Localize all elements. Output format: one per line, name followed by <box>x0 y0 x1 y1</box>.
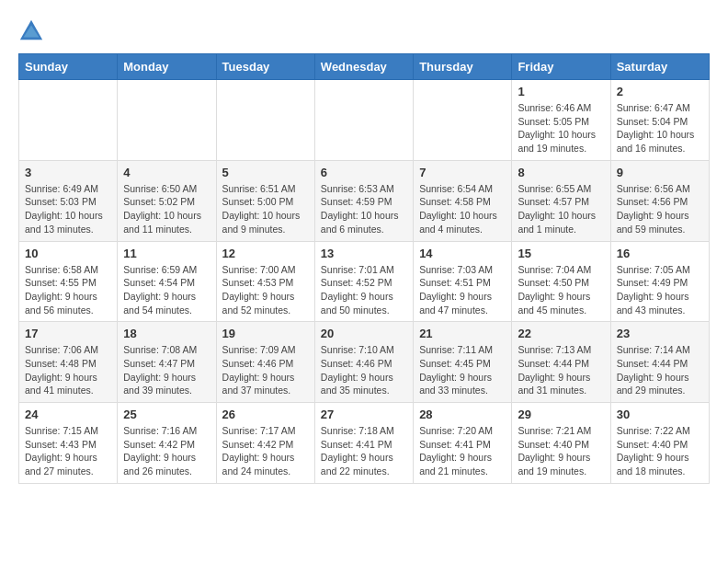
day-info: Sunrise: 7:03 AMSunset: 4:51 PMDaylight:… <box>419 263 506 317</box>
calendar-cell: 4Sunrise: 6:50 AMSunset: 5:02 PMDaylight… <box>118 160 216 241</box>
calendar-cell <box>216 80 314 161</box>
day-info: Sunrise: 7:04 AMSunset: 4:50 PMDaylight:… <box>518 263 604 317</box>
calendar-cell: 3Sunrise: 6:49 AMSunset: 5:03 PMDaylight… <box>19 160 118 241</box>
calendar-cell: 24Sunrise: 7:15 AMSunset: 4:43 PMDayligh… <box>19 403 118 484</box>
day-info: Sunrise: 7:22 AMSunset: 4:40 PMDaylight:… <box>617 424 703 478</box>
day-number: 23 <box>617 327 703 340</box>
calendar-cell: 10Sunrise: 6:58 AMSunset: 4:55 PMDayligh… <box>19 241 118 322</box>
day-number: 9 <box>617 166 703 179</box>
calendar-cell: 20Sunrise: 7:10 AMSunset: 4:46 PMDayligh… <box>314 322 413 403</box>
day-info: Sunrise: 7:06 AMSunset: 4:48 PMDaylight:… <box>25 343 111 397</box>
day-info: Sunrise: 7:11 AMSunset: 4:45 PMDaylight:… <box>419 343 506 397</box>
day-info: Sunrise: 6:53 AMSunset: 4:59 PMDaylight:… <box>321 182 407 236</box>
calendar-cell <box>414 80 512 161</box>
day-info: Sunrise: 6:47 AMSunset: 5:04 PMDaylight:… <box>617 101 703 155</box>
day-number: 24 <box>25 408 111 421</box>
calendar-cell: 9Sunrise: 6:56 AMSunset: 4:56 PMDaylight… <box>610 160 709 241</box>
page-header <box>18 18 710 44</box>
calendar-cell: 22Sunrise: 7:13 AMSunset: 4:44 PMDayligh… <box>512 322 610 403</box>
day-number: 14 <box>419 247 506 260</box>
day-number: 16 <box>617 247 703 260</box>
day-number: 4 <box>123 166 210 179</box>
calendar-cell: 30Sunrise: 7:22 AMSunset: 4:40 PMDayligh… <box>610 403 709 484</box>
day-info: Sunrise: 7:20 AMSunset: 4:41 PMDaylight:… <box>419 424 506 478</box>
day-number: 19 <box>222 327 309 340</box>
calendar-cell: 5Sunrise: 6:51 AMSunset: 5:00 PMDaylight… <box>216 160 314 241</box>
day-number: 8 <box>518 166 604 179</box>
day-number: 6 <box>321 166 407 179</box>
day-number: 13 <box>321 247 407 260</box>
day-info: Sunrise: 6:59 AMSunset: 4:54 PMDaylight:… <box>123 263 210 317</box>
day-number: 11 <box>123 247 210 260</box>
header-thursday: Thursday <box>414 54 512 80</box>
day-info: Sunrise: 7:08 AMSunset: 4:47 PMDaylight:… <box>123 343 210 397</box>
day-info: Sunrise: 7:17 AMSunset: 4:42 PMDaylight:… <box>222 424 309 478</box>
day-info: Sunrise: 6:56 AMSunset: 4:56 PMDaylight:… <box>617 182 703 236</box>
day-info: Sunrise: 6:55 AMSunset: 4:57 PMDaylight:… <box>518 182 604 236</box>
header-tuesday: Tuesday <box>216 54 314 80</box>
day-number: 21 <box>419 327 506 340</box>
day-info: Sunrise: 6:50 AMSunset: 5:02 PMDaylight:… <box>123 182 210 236</box>
day-number: 15 <box>518 247 604 260</box>
calendar-cell: 26Sunrise: 7:17 AMSunset: 4:42 PMDayligh… <box>216 403 314 484</box>
day-info: Sunrise: 7:15 AMSunset: 4:43 PMDaylight:… <box>25 424 111 478</box>
day-number: 17 <box>25 327 111 340</box>
day-info: Sunrise: 7:21 AMSunset: 4:40 PMDaylight:… <box>518 424 604 478</box>
calendar-cell: 28Sunrise: 7:20 AMSunset: 4:41 PMDayligh… <box>414 403 512 484</box>
calendar-header-row: SundayMondayTuesdayWednesdayThursdayFrid… <box>19 54 710 80</box>
calendar-week-row: 3Sunrise: 6:49 AMSunset: 5:03 PMDaylight… <box>19 160 710 241</box>
calendar-cell: 29Sunrise: 7:21 AMSunset: 4:40 PMDayligh… <box>512 403 610 484</box>
calendar-week-row: 17Sunrise: 7:06 AMSunset: 4:48 PMDayligh… <box>19 322 710 403</box>
calendar-week-row: 1Sunrise: 6:46 AMSunset: 5:05 PMDaylight… <box>19 80 710 161</box>
day-number: 3 <box>25 166 111 179</box>
day-number: 28 <box>419 408 506 421</box>
calendar-cell <box>19 80 118 161</box>
calendar-cell: 17Sunrise: 7:06 AMSunset: 4:48 PMDayligh… <box>19 322 118 403</box>
calendar-table: SundayMondayTuesdayWednesdayThursdayFrid… <box>18 53 710 484</box>
day-info: Sunrise: 7:00 AMSunset: 4:53 PMDaylight:… <box>222 263 309 317</box>
calendar-cell: 8Sunrise: 6:55 AMSunset: 4:57 PMDaylight… <box>512 160 610 241</box>
calendar-cell: 21Sunrise: 7:11 AMSunset: 4:45 PMDayligh… <box>414 322 512 403</box>
header-friday: Friday <box>512 54 610 80</box>
header-monday: Monday <box>118 54 216 80</box>
calendar-cell: 14Sunrise: 7:03 AMSunset: 4:51 PMDayligh… <box>414 241 512 322</box>
day-info: Sunrise: 7:01 AMSunset: 4:52 PMDaylight:… <box>321 263 407 317</box>
calendar-cell: 15Sunrise: 7:04 AMSunset: 4:50 PMDayligh… <box>512 241 610 322</box>
day-number: 5 <box>222 166 309 179</box>
day-info: Sunrise: 7:14 AMSunset: 4:44 PMDaylight:… <box>617 343 703 397</box>
calendar-cell: 23Sunrise: 7:14 AMSunset: 4:44 PMDayligh… <box>610 322 709 403</box>
logo <box>18 18 48 44</box>
day-info: Sunrise: 6:51 AMSunset: 5:00 PMDaylight:… <box>222 182 309 236</box>
calendar-cell: 18Sunrise: 7:08 AMSunset: 4:47 PMDayligh… <box>118 322 216 403</box>
day-number: 7 <box>419 166 506 179</box>
logo-icon <box>18 18 44 44</box>
day-number: 30 <box>617 408 703 421</box>
calendar-cell: 19Sunrise: 7:09 AMSunset: 4:46 PMDayligh… <box>216 322 314 403</box>
calendar-week-row: 24Sunrise: 7:15 AMSunset: 4:43 PMDayligh… <box>19 403 710 484</box>
calendar-cell: 25Sunrise: 7:16 AMSunset: 4:42 PMDayligh… <box>118 403 216 484</box>
calendar-cell: 27Sunrise: 7:18 AMSunset: 4:41 PMDayligh… <box>314 403 413 484</box>
day-info: Sunrise: 7:13 AMSunset: 4:44 PMDaylight:… <box>518 343 604 397</box>
calendar-cell <box>314 80 413 161</box>
day-info: Sunrise: 7:18 AMSunset: 4:41 PMDaylight:… <box>321 424 407 478</box>
header-wednesday: Wednesday <box>314 54 413 80</box>
calendar-cell <box>118 80 216 161</box>
day-info: Sunrise: 7:16 AMSunset: 4:42 PMDaylight:… <box>123 424 210 478</box>
day-number: 18 <box>123 327 210 340</box>
calendar-cell: 7Sunrise: 6:54 AMSunset: 4:58 PMDaylight… <box>414 160 512 241</box>
day-info: Sunrise: 6:58 AMSunset: 4:55 PMDaylight:… <box>25 263 111 317</box>
calendar-cell: 12Sunrise: 7:00 AMSunset: 4:53 PMDayligh… <box>216 241 314 322</box>
day-info: Sunrise: 7:05 AMSunset: 4:49 PMDaylight:… <box>617 263 703 317</box>
day-info: Sunrise: 6:49 AMSunset: 5:03 PMDaylight:… <box>25 182 111 236</box>
day-info: Sunrise: 6:54 AMSunset: 4:58 PMDaylight:… <box>419 182 506 236</box>
calendar-week-row: 10Sunrise: 6:58 AMSunset: 4:55 PMDayligh… <box>19 241 710 322</box>
day-number: 22 <box>518 327 604 340</box>
day-number: 12 <box>222 247 309 260</box>
day-info: Sunrise: 7:10 AMSunset: 4:46 PMDaylight:… <box>321 343 407 397</box>
calendar-cell: 11Sunrise: 6:59 AMSunset: 4:54 PMDayligh… <box>118 241 216 322</box>
day-info: Sunrise: 7:09 AMSunset: 4:46 PMDaylight:… <box>222 343 309 397</box>
day-number: 1 <box>518 85 604 98</box>
calendar-cell: 1Sunrise: 6:46 AMSunset: 5:05 PMDaylight… <box>512 80 610 161</box>
day-info: Sunrise: 6:46 AMSunset: 5:05 PMDaylight:… <box>518 101 604 155</box>
day-number: 27 <box>321 408 407 421</box>
